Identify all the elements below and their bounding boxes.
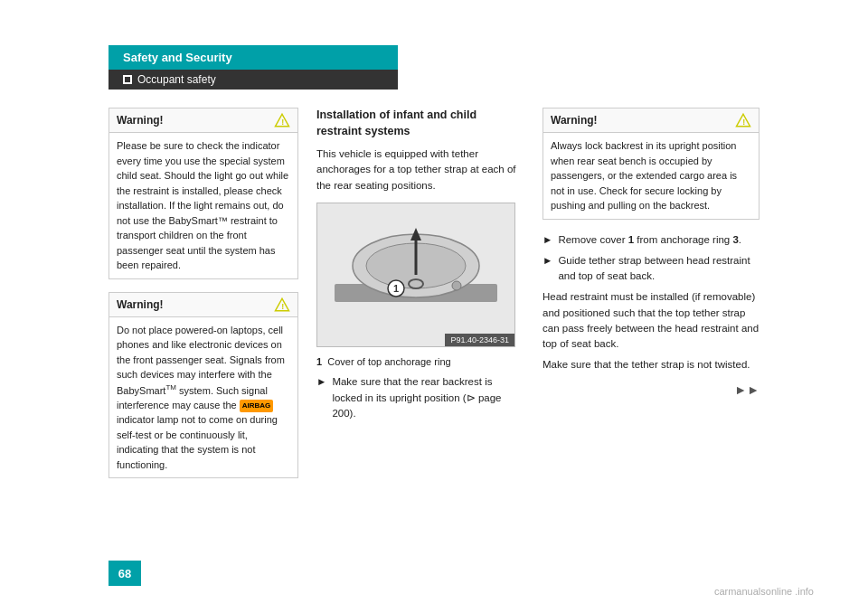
right-bullet-text-1: Remove cover 1 from anchorage ring 3. [558,232,741,248]
anchorage-diagram: 1 [326,212,506,338]
right-bullet-1: ► Remove cover 1 from anchorage ring 3. [542,232,760,248]
mid-bullet-text-1: Make sure that the rear backrest is lock… [332,374,524,421]
right-bullet-arrow-1: ► [542,232,552,248]
right-bullet-arrow-2: ► [542,253,552,285]
warning-header-2: Warning! ! [109,293,297,317]
bullet-arrow-icon-1: ► [316,374,326,421]
sub-header-dot [123,75,132,84]
warning-body-3: Always lock backrest in its upright posi… [543,133,759,219]
warning-box-2: Warning! ! Do not place powered-on lapto… [108,292,298,479]
sub-header-title: Occupant safety [137,73,216,86]
svg-text:!: ! [742,118,745,127]
header-title: Safety and Security [123,51,232,64]
page-number: 68 [108,561,141,586]
middle-column: Installation of infant and child restrai… [316,108,524,491]
warning-text-1: Please be sure to check the indicator ev… [117,140,288,270]
right-column: Warning! ! Always lock backrest in its u… [542,108,760,491]
warning-body-2: Do not place powered-on laptops, cell ph… [109,317,297,478]
left-column: Warning! ! Please be sure to check the i… [108,108,298,491]
section-header: Safety and Security [108,45,398,70]
caption-number: 1 [316,356,322,367]
warning-label-3: Warning! [551,114,598,127]
warning-triangle-icon-3: ! [735,112,751,128]
caption-text: Cover of top anchorage ring [327,356,450,367]
caption-line: 1 Cover of top anchorage ring [316,354,524,370]
warning-box-3: Warning! ! Always lock backrest in its u… [542,108,760,220]
svg-text:1: 1 [393,283,399,294]
warning-label-2: Warning! [117,298,164,311]
right-indent-text-2: Make sure that the tether strap is not t… [542,357,760,373]
warning-body-1: Please be sure to check the indicator ev… [109,133,297,278]
diagram-caption-bar: P91.40-2346-31 [445,334,514,346]
right-indent-text-1: Head restraint must be installed (if rem… [542,289,760,352]
svg-text:!: ! [281,118,284,127]
warning-triangle-icon-1: ! [274,112,290,128]
diagram-container: 1 P91.40-2346-31 [316,203,515,347]
warning-box-1: Warning! ! Please be sure to check the i… [108,108,298,279]
image-ref: P91.40-2346-31 [450,335,509,344]
warning-header-3: Warning! ! [543,108,759,133]
right-bullet-2: ► Guide tether strap between head restra… [542,253,760,285]
mid-bullet-1: ► Make sure that the rear backrest is lo… [316,374,524,421]
svg-text:!: ! [281,301,284,310]
section-intro: This vehicle is equipped with tether anc… [316,146,524,193]
watermark: carmanualsonline .info [714,586,814,597]
warning-text-3: Always lock backrest in its upright posi… [551,140,737,211]
section-title: Installation of infant and child restrai… [316,108,524,139]
svg-point-12 [452,281,461,290]
sub-header: Occupant safety [108,70,398,90]
warning-header-1: Warning! ! [109,108,297,133]
content-area: Warning! ! Please be sure to check the i… [108,108,760,491]
right-bullet-text-2: Guide tether strap between head restrain… [558,253,760,285]
continue-arrow: ►► [542,382,760,397]
airbag-badge: AIRBAG [240,400,274,412]
warning-triangle-icon-2: ! [274,297,290,313]
warning-label-1: Warning! [117,114,164,127]
